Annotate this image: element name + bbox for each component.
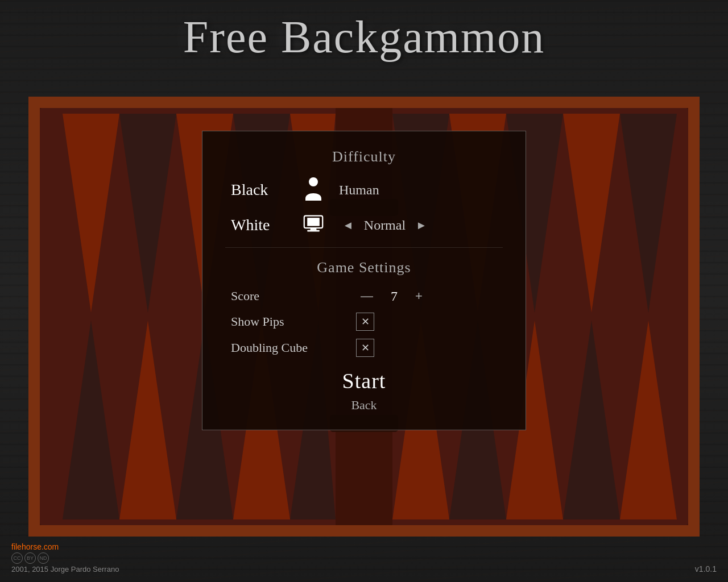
svg-rect-29 bbox=[307, 218, 320, 226]
score-row: Score — 7 + bbox=[225, 288, 503, 305]
black-label: Black bbox=[231, 181, 299, 199]
show-pips-label: Show Pips bbox=[231, 314, 356, 329]
black-player-icon bbox=[299, 177, 328, 203]
white-difficulty-next[interactable]: ► bbox=[412, 218, 431, 233]
white-player-icon bbox=[299, 212, 328, 238]
svg-rect-31 bbox=[307, 230, 320, 232]
version-label: v1.0.1 bbox=[695, 564, 717, 573]
score-decrease-button[interactable]: — bbox=[356, 288, 378, 305]
svg-point-27 bbox=[309, 177, 318, 186]
white-label: White bbox=[231, 216, 299, 234]
start-button[interactable]: Start bbox=[225, 368, 503, 393]
white-difficulty-prev[interactable]: ◄ bbox=[339, 218, 357, 233]
filehorse-name: filehorse bbox=[11, 542, 42, 551]
score-label: Score bbox=[231, 289, 356, 304]
filehorse-com: .com bbox=[42, 542, 59, 551]
app-title: Free Backgammon bbox=[0, 11, 728, 63]
copyright-text: 2001, 2015 Jorge Pardo Serrano bbox=[11, 565, 119, 573]
white-player-row: White ◄ Normal ► bbox=[225, 212, 503, 238]
cc-icons-row: CC BY ND bbox=[11, 552, 49, 564]
doubling-cube-checkbox[interactable] bbox=[356, 339, 374, 357]
black-value-text: Human bbox=[339, 182, 379, 198]
white-player-value[interactable]: ◄ Normal ► bbox=[339, 218, 431, 233]
by-icon: BY bbox=[24, 552, 36, 564]
doubling-cube-row: Doubling Cube bbox=[225, 339, 503, 357]
black-player-value: Human bbox=[339, 182, 379, 198]
score-controls[interactable]: — 7 + bbox=[356, 288, 427, 305]
svg-rect-30 bbox=[311, 228, 317, 230]
score-value: 7 bbox=[386, 289, 403, 304]
filehorse-logo: filehorse.com bbox=[11, 542, 59, 551]
show-pips-checkbox[interactable] bbox=[356, 313, 374, 331]
nd-icon: ND bbox=[38, 552, 49, 564]
settings-section-title: Game Settings bbox=[225, 259, 503, 276]
difficulty-section-title: Difficulty bbox=[225, 148, 503, 165]
black-player-row: Black Human bbox=[225, 177, 503, 203]
back-button[interactable]: Back bbox=[225, 398, 503, 413]
white-value-text: Normal bbox=[364, 218, 406, 233]
doubling-cube-label: Doubling Cube bbox=[231, 340, 356, 355]
score-increase-button[interactable]: + bbox=[411, 288, 427, 305]
human-icon bbox=[303, 177, 324, 201]
divider-1 bbox=[225, 247, 503, 248]
difficulty-dialog: Difficulty Black Human White ◄ bbox=[202, 131, 526, 430]
branding-area: filehorse.com CC BY ND 2001, 2015 Jorge … bbox=[11, 542, 119, 573]
computer-icon bbox=[303, 212, 324, 236]
cc-icon: CC bbox=[11, 552, 23, 564]
show-pips-row: Show Pips bbox=[225, 313, 503, 331]
